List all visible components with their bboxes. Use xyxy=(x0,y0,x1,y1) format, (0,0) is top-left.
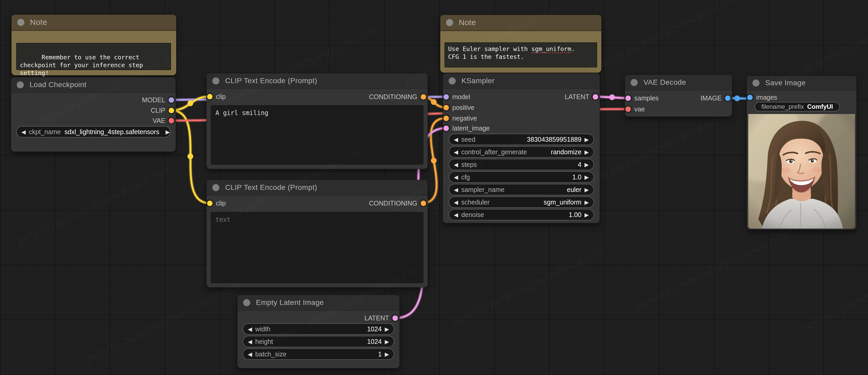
increment-arrow-icon[interactable]: ▶ xyxy=(585,212,589,218)
latent-port-dot[interactable] xyxy=(393,315,398,321)
latent-port-dot[interactable] xyxy=(593,94,598,100)
increment-arrow-icon[interactable]: ▶ xyxy=(585,137,589,142)
increment-arrow-icon[interactable]: ▶ xyxy=(585,175,589,180)
decrement-arrow-icon[interactable]: ◀ xyxy=(454,149,458,155)
clip-port-dot[interactable] xyxy=(207,200,213,206)
link-dot[interactable] xyxy=(187,100,193,106)
widget-ckpt-name[interactable]: ◀ ckpt_name sdxl_lightning_4step.safeten… xyxy=(16,126,170,137)
node-header[interactable]: Save Image xyxy=(747,76,857,91)
node-ksampler[interactable]: KSampler model positive negative latent_… xyxy=(443,73,600,223)
vae-port-dot[interactable] xyxy=(625,106,631,112)
increment-arrow-icon[interactable]: ▶ xyxy=(385,326,389,332)
input-port-vae[interactable]: vae xyxy=(625,105,645,113)
node-header[interactable]: CLIP Text Encode (Prompt) xyxy=(207,73,428,89)
node-graph-canvas[interactable]: Note Remember to use the correct checkpo… xyxy=(0,0,868,375)
widget-width[interactable]: ◀ width 1024 ▶ xyxy=(243,323,394,335)
output-port-clip[interactable]: CLIP xyxy=(151,106,174,114)
clip-port-dot[interactable] xyxy=(168,108,174,113)
decrement-arrow-icon[interactable]: ◀ xyxy=(454,212,458,218)
decrement-arrow-icon[interactable]: ◀ xyxy=(248,339,252,344)
node-empty-latent-image[interactable]: Empty Latent Image LATENT ◀ width 1024 ▶… xyxy=(238,295,400,368)
increment-arrow-icon[interactable]: ▶ xyxy=(585,162,589,167)
output-port-model[interactable]: MODEL xyxy=(142,96,174,104)
node-header[interactable]: VAE Decode xyxy=(625,75,732,91)
collapse-dot-icon[interactable] xyxy=(630,79,638,86)
input-port-negative[interactable]: negative xyxy=(443,114,477,122)
input-port-model[interactable]: model xyxy=(443,93,470,101)
widget-scheduler[interactable]: ◀ scheduler sgm_uniform ▶ xyxy=(448,196,594,208)
decrement-arrow-icon[interactable]: ◀ xyxy=(454,137,458,142)
input-port-positive[interactable]: positive xyxy=(443,103,474,112)
node-note-sampler[interactable]: Note Use Euler sampler with sgm_uniform.… xyxy=(440,15,601,73)
node-load-checkpoint[interactable]: Load Checkpoint MODEL CLIP VAE ◀ ckpt_na… xyxy=(11,77,176,152)
vae-port-dot[interactable] xyxy=(168,118,174,123)
output-port-vae[interactable]: VAE xyxy=(153,117,174,124)
node-save-image[interactable]: Save Image images filename_prefix ComfyU… xyxy=(747,76,857,229)
input-port-images[interactable]: images xyxy=(747,93,777,101)
node-header[interactable]: CLIP Text Encode (Prompt) xyxy=(207,180,428,196)
image-port-dot[interactable] xyxy=(725,95,731,101)
link-dot[interactable] xyxy=(431,158,437,163)
collapse-dot-icon[interactable] xyxy=(446,19,453,26)
conditioning-port-dot[interactable] xyxy=(443,105,449,111)
node-clip-text-encode-negative[interactable]: CLIP Text Encode (Prompt) clip CONDITION… xyxy=(207,180,428,287)
node-header[interactable]: Note xyxy=(11,14,176,31)
model-port-dot[interactable] xyxy=(443,94,449,100)
collapse-dot-icon[interactable] xyxy=(212,184,219,191)
widget-steps[interactable]: ◀ steps 4 ▶ xyxy=(448,159,594,170)
input-port-latent-image[interactable]: latent_image xyxy=(443,124,490,132)
output-port-latent[interactable]: LATENT xyxy=(365,314,398,322)
increment-arrow-icon[interactable]: ▶ xyxy=(385,339,389,344)
link-dot[interactable] xyxy=(187,154,193,159)
widget-sampler-name[interactable]: ◀ sampler_name euler ▶ xyxy=(448,184,594,195)
increment-arrow-icon[interactable]: ▶ xyxy=(585,187,589,192)
decrement-arrow-icon[interactable]: ◀ xyxy=(454,162,458,167)
widget-batch-size[interactable]: ◀ batch_size 1 ▶ xyxy=(243,348,394,360)
collapse-dot-icon[interactable] xyxy=(212,77,219,85)
conditioning-port-dot[interactable] xyxy=(421,94,426,100)
latent-port-dot[interactable] xyxy=(443,126,449,131)
note-textbox[interactable]: Use Euler sampler with sgm_uniform. CFG … xyxy=(444,42,597,67)
link-dot[interactable] xyxy=(734,95,740,101)
decrement-arrow-icon[interactable]: ◀ xyxy=(248,351,252,357)
collapse-dot-icon[interactable] xyxy=(752,80,760,87)
output-port-image[interactable]: IMAGE xyxy=(701,94,731,102)
link-dot[interactable] xyxy=(609,94,615,100)
increment-arrow-icon[interactable]: ▶ xyxy=(385,351,389,357)
input-port-samples[interactable]: samples xyxy=(625,94,659,102)
output-port-conditioning[interactable]: CONDITIONING xyxy=(369,93,426,101)
output-port-conditioning[interactable]: CONDITIONING xyxy=(369,199,426,207)
image-port-dot[interactable] xyxy=(747,95,753,100)
input-port-clip[interactable]: clip xyxy=(207,93,226,100)
node-header[interactable]: Note xyxy=(440,15,601,31)
node-note-checkpoint[interactable]: Note Remember to use the correct checkpo… xyxy=(11,14,176,75)
increment-arrow-icon[interactable]: ▶ xyxy=(165,129,170,135)
negative-prompt-textarea[interactable] xyxy=(211,212,424,283)
decrement-arrow-icon[interactable]: ◀ xyxy=(454,187,458,192)
widget-control-after-generate[interactable]: ◀ control_after_generate randomize ▶ xyxy=(448,146,594,158)
latent-port-dot[interactable] xyxy=(625,95,631,101)
conditioning-port-dot[interactable] xyxy=(443,116,449,121)
conditioning-port-dot[interactable] xyxy=(421,200,426,206)
collapse-dot-icon[interactable] xyxy=(243,299,250,306)
node-vae-decode[interactable]: VAE Decode samples vae IMAGE xyxy=(625,75,732,117)
increment-arrow-icon[interactable]: ▶ xyxy=(585,199,589,205)
model-port-dot[interactable] xyxy=(168,97,174,103)
widget-filename-prefix[interactable]: filename_prefix ComfyUI xyxy=(754,102,840,112)
input-port-clip[interactable]: clip xyxy=(207,199,226,207)
node-header[interactable]: KSampler xyxy=(443,73,600,89)
node-header[interactable]: Empty Latent Image xyxy=(238,295,400,311)
widget-cfg[interactable]: ◀ cfg 1.0 ▶ xyxy=(448,171,594,183)
decrement-arrow-icon[interactable]: ◀ xyxy=(22,129,26,135)
decrement-arrow-icon[interactable]: ◀ xyxy=(454,175,458,180)
decrement-arrow-icon[interactable]: ◀ xyxy=(248,326,252,332)
increment-arrow-icon[interactable]: ▶ xyxy=(585,149,589,155)
collapse-dot-icon[interactable] xyxy=(448,77,456,85)
collapse-dot-icon[interactable] xyxy=(17,19,24,26)
positive-prompt-textarea[interactable]: A girl smiling xyxy=(211,105,424,165)
node-clip-text-encode-positive[interactable]: CLIP Text Encode (Prompt) clip CONDITION… xyxy=(207,73,428,169)
clip-port-dot[interactable] xyxy=(207,94,213,99)
output-port-latent[interactable]: LATENT xyxy=(565,93,598,101)
widget-height[interactable]: ◀ height 1024 ▶ xyxy=(243,336,394,347)
collapse-dot-icon[interactable] xyxy=(17,81,24,88)
